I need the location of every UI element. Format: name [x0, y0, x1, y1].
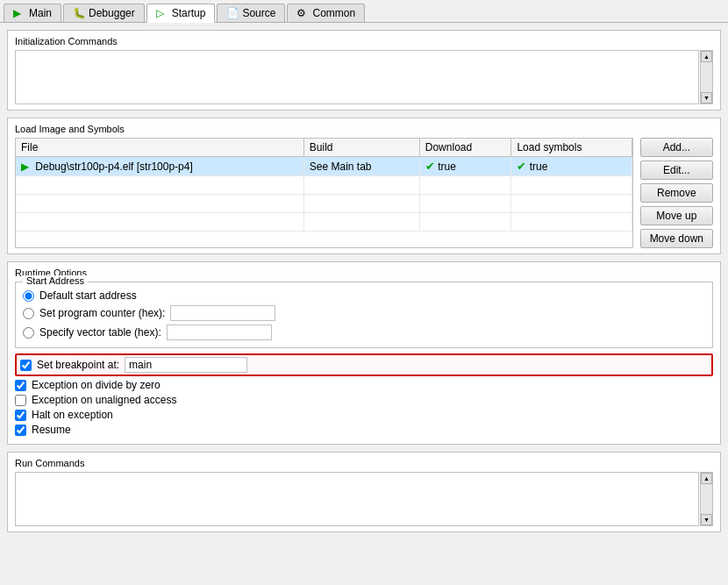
- tab-debugger[interactable]: 🐛 Debugger: [63, 4, 145, 22]
- radio-default-start: Default start address: [23, 289, 705, 302]
- radio-vector-table-label: Specify vector table (hex):: [39, 326, 161, 339]
- radio-default-start-label: Default start address: [39, 289, 137, 302]
- startup-tab-icon: ▷: [156, 7, 168, 19]
- vector-table-input[interactable]: [167, 325, 272, 340]
- table-row-empty-3: [16, 213, 632, 232]
- add-button[interactable]: Add...: [640, 138, 713, 157]
- table-row-empty-2: [16, 195, 632, 213]
- tab-main-label: Main: [29, 7, 52, 19]
- remove-button[interactable]: Remove: [640, 183, 713, 203]
- breakpoint-input[interactable]: [125, 357, 247, 373]
- breakpoint-label: Set breakpoint at:: [37, 359, 119, 371]
- checkbox-resume: Resume: [15, 424, 713, 436]
- checkbox-divide-by-zero-input[interactable]: [15, 380, 26, 391]
- scrollbar-down-arrow[interactable]: ▼: [701, 92, 712, 103]
- tab-startup[interactable]: ▷ Startup: [146, 4, 216, 23]
- edit-button[interactable]: Edit...: [640, 161, 713, 180]
- load-image-title: Load Image and Symbols: [15, 124, 713, 134]
- file-icon: ▶: [21, 161, 29, 173]
- debugger-tab-icon: 🐛: [73, 7, 85, 19]
- scrollbar-up-arrow[interactable]: ▲: [701, 51, 712, 62]
- radio-vector-table-input[interactable]: [23, 327, 34, 339]
- checkbox-unaligned-access-input[interactable]: [15, 395, 26, 406]
- start-address-group: Start Address Default start address Set …: [15, 282, 713, 348]
- cell-build: See Main tab: [303, 157, 419, 176]
- table-action-buttons: Add... Edit... Remove Move up Move down: [640, 138, 713, 248]
- set-pc-input[interactable]: [170, 305, 275, 321]
- checkbox-divide-by-zero-label: Exception on divide by zero: [32, 379, 161, 391]
- init-commands-textarea[interactable]: [15, 50, 699, 104]
- checkbox-unaligned-access: Exception on unaligned access: [15, 394, 713, 406]
- radio-set-pc-label: Set program counter (hex):: [39, 307, 165, 319]
- checkbox-halt-on-exception-input[interactable]: [15, 410, 26, 421]
- start-address-title: Start Address: [23, 275, 88, 286]
- breakpoint-checkbox[interactable]: [20, 360, 32, 371]
- scrollbar-track: [701, 62, 712, 92]
- tab-startup-label: Startup: [172, 7, 206, 19]
- checkbox-resume-label: Resume: [32, 424, 71, 436]
- init-commands-scrollbar: ▲ ▼: [700, 50, 713, 104]
- tab-source[interactable]: 📄 Source: [217, 4, 285, 22]
- tab-debugger-label: Debugger: [89, 7, 135, 19]
- checkbox-halt-on-exception: Halt on exception: [15, 409, 713, 421]
- run-commands-scrollbar: ▲ ▼: [700, 472, 713, 526]
- load-image-table: File Build Download Load symbols ▶ Debug…: [16, 139, 632, 232]
- breakpoint-row: Set breakpoint at:: [15, 353, 713, 376]
- checkbox-divide-by-zero: Exception on divide by zero: [15, 379, 713, 391]
- col-file: File: [16, 139, 303, 157]
- runtime-options-title: Runtime Options: [15, 268, 713, 278]
- col-load-symbols: Load symbols: [511, 139, 632, 157]
- checkbox-resume-input[interactable]: [15, 424, 26, 436]
- common-tab-icon: ⚙: [296, 7, 309, 19]
- move-down-button[interactable]: Move down: [640, 229, 713, 248]
- radio-vector-table: Specify vector table (hex):: [23, 325, 705, 340]
- tab-common[interactable]: ⚙ Common: [287, 4, 365, 22]
- cell-load-symbols: ✔ true: [511, 157, 632, 176]
- load-symbols-check-icon: ✔: [517, 160, 526, 173]
- load-image-table-wrap: File Build Download Load symbols ▶ Debug…: [15, 138, 633, 248]
- checkbox-unaligned-access-label: Exception on unaligned access: [32, 394, 176, 406]
- init-commands-section: Initialization Commands ▲ ▼: [7, 30, 721, 111]
- runtime-options-section: Runtime Options Start Address Default st…: [7, 261, 721, 445]
- tab-main[interactable]: ▶ Main: [4, 4, 61, 22]
- col-download: Download: [419, 139, 511, 157]
- run-commands-title: Run Commands: [15, 458, 713, 468]
- run-scrollbar-up-arrow[interactable]: ▲: [701, 473, 712, 484]
- radio-set-pc: Set program counter (hex):: [23, 305, 705, 321]
- load-image-container: File Build Download Load symbols ▶ Debug…: [15, 138, 713, 248]
- run-scrollbar-down-arrow[interactable]: ▼: [701, 514, 712, 525]
- tab-source-label: Source: [242, 7, 275, 19]
- init-commands-title: Initialization Commands: [15, 36, 713, 46]
- main-tab-icon: ▶: [13, 7, 25, 19]
- run-scrollbar-track: [701, 484, 712, 514]
- run-commands-textarea[interactable]: [15, 472, 699, 526]
- radio-set-pc-input[interactable]: [23, 308, 34, 319]
- table-header-row: File Build Download Load symbols: [16, 139, 632, 157]
- checkbox-halt-on-exception-label: Halt on exception: [32, 409, 113, 421]
- move-up-button[interactable]: Move up: [640, 206, 713, 225]
- main-content: Initialization Commands ▲ ▼ Load Image a…: [0, 23, 728, 583]
- col-build: Build: [303, 139, 419, 157]
- table-row[interactable]: ▶ Debug\str100p-p4.elf [str100p-p4] See …: [16, 157, 632, 176]
- download-check-icon: ✔: [425, 160, 435, 173]
- tab-bar: ▶ Main 🐛 Debugger ▷ Startup 📄 Source ⚙ C…: [0, 0, 728, 23]
- source-tab-icon: 📄: [226, 7, 239, 19]
- tab-common-label: Common: [312, 7, 355, 19]
- load-image-section: Load Image and Symbols File Build Downlo…: [7, 118, 721, 254]
- radio-default-start-input[interactable]: [23, 290, 34, 302]
- table-row-empty-1: [16, 176, 632, 195]
- cell-download: ✔ true: [419, 157, 511, 176]
- cell-file: ▶ Debug\str100p-p4.elf [str100p-p4]: [16, 157, 303, 176]
- run-commands-section: Run Commands ▲ ▼: [7, 452, 721, 532]
